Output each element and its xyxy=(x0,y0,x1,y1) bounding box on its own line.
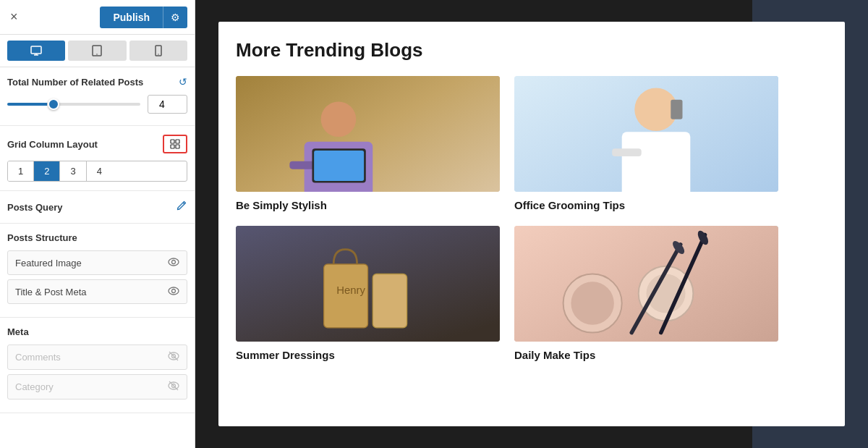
posts-query-edit-button[interactable] xyxy=(176,200,187,214)
grid-icon xyxy=(170,139,180,149)
svg-point-14 xyxy=(169,258,179,266)
blog-title-3: Summer Dressings xyxy=(236,349,500,361)
category-label: Category xyxy=(15,381,54,392)
svg-text:Henry: Henry xyxy=(336,284,365,296)
view-tablet-button[interactable] xyxy=(68,41,126,61)
total-posts-section: Total Number of Related Posts ↺ 4 xyxy=(0,67,195,126)
meta-header: Meta xyxy=(7,326,187,337)
view-mobile-button[interactable] xyxy=(129,41,187,61)
blog-heading: More Trending Blogs xyxy=(236,39,827,62)
blog-image-1 xyxy=(236,76,500,192)
svg-point-6 xyxy=(158,54,158,54)
featured-image-item: Featured Image xyxy=(7,250,187,275)
close-button[interactable]: × xyxy=(7,7,21,28)
publish-area: Publish ⚙ xyxy=(100,7,187,28)
blog-card-1[interactable]: Be Simply Stylish xyxy=(236,76,500,211)
posts-query-row: Posts Query xyxy=(7,200,187,214)
title-post-meta-item: Title & Post Meta xyxy=(7,279,187,304)
category-item: Category xyxy=(7,374,187,400)
featured-image-label: Featured Image xyxy=(15,258,82,269)
svg-point-4 xyxy=(97,54,98,55)
posts-count-input[interactable]: 4 xyxy=(148,95,187,114)
left-panel: × Publish ⚙ Total Number of Related Post… xyxy=(0,0,195,448)
svg-rect-30 xyxy=(314,151,364,181)
grid-layout-icon-button[interactable] xyxy=(163,135,187,153)
svg-point-17 xyxy=(172,289,176,293)
total-posts-header: Total Number of Related Posts ↺ xyxy=(7,76,187,88)
grid-2-button[interactable]: 2 xyxy=(34,161,60,181)
top-bar: × Publish ⚙ xyxy=(0,0,195,35)
svg-point-15 xyxy=(172,261,176,264)
comments-item: Comments xyxy=(7,345,187,370)
settings-button[interactable]: ⚙ xyxy=(163,7,187,28)
blog-card-2[interactable]: Office Grooming Tips xyxy=(514,76,778,211)
meta-label: Meta xyxy=(7,326,29,337)
blog-title-4: Daily Make Tips xyxy=(514,349,778,361)
title-post-meta-label: Title & Post Meta xyxy=(15,287,87,297)
svg-rect-39 xyxy=(373,274,407,327)
total-posts-label: Total Number of Related Posts xyxy=(7,77,143,88)
svg-point-26 xyxy=(321,101,357,137)
blog-image-4 xyxy=(514,226,778,342)
svg-rect-33 xyxy=(622,132,691,192)
svg-rect-8 xyxy=(176,140,179,143)
featured-image-visibility-button[interactable] xyxy=(168,257,179,269)
blog-card-4[interactable]: Daily Make Tips xyxy=(514,226,778,361)
svg-point-16 xyxy=(169,287,179,295)
category-visibility-button[interactable] xyxy=(168,381,179,393)
posts-count-slider[interactable] xyxy=(7,103,140,106)
grid-3-button[interactable]: 3 xyxy=(60,161,86,181)
meta-section: Meta Comments Category xyxy=(0,318,195,413)
view-switcher xyxy=(0,35,195,67)
svg-rect-7 xyxy=(171,140,174,143)
pencil-icon xyxy=(176,200,187,211)
slider-row: 4 xyxy=(7,95,187,114)
blog-title-1: Be Simply Stylish xyxy=(236,199,500,211)
svg-rect-0 xyxy=(31,46,41,54)
grid-layout-label: Grid Column Layout xyxy=(7,139,98,150)
blog-title-2: Office Grooming Tips xyxy=(514,199,778,211)
eye-icon xyxy=(168,258,179,266)
eye-slash-icon xyxy=(168,351,179,361)
blog-grid: Be Simply Stylish xyxy=(236,76,778,361)
svg-rect-37 xyxy=(324,264,368,328)
content-area: More Trending Blogs xyxy=(218,22,845,426)
view-desktop-button[interactable] xyxy=(7,41,65,61)
reset-icon[interactable]: ↺ xyxy=(179,76,187,88)
right-panel: More Trending Blogs xyxy=(195,0,868,448)
svg-line-13 xyxy=(183,203,184,204)
grid-layout-buttons: 1 2 3 4 xyxy=(7,161,187,182)
eye-slash-icon-2 xyxy=(168,381,179,391)
svg-rect-35 xyxy=(671,100,682,119)
svg-rect-10 xyxy=(176,145,179,148)
grid-layout-section: Grid Column Layout xyxy=(0,126,195,191)
posts-query-section: Posts Query xyxy=(0,191,195,224)
svg-point-42 xyxy=(571,282,613,324)
title-meta-visibility-button[interactable] xyxy=(168,286,179,297)
grid-layout-row: Grid Column Layout xyxy=(7,135,187,153)
blog-card-3[interactable]: Henry Summer Dressings xyxy=(236,226,500,361)
comments-label: Comments xyxy=(15,352,61,363)
posts-structure-header: Posts Structure xyxy=(7,232,187,243)
grid-1-button[interactable]: 1 xyxy=(8,161,34,181)
comments-visibility-button[interactable] xyxy=(168,351,179,363)
posts-structure-label: Posts Structure xyxy=(7,232,77,243)
eye-icon-2 xyxy=(168,287,179,295)
blog-image-2 xyxy=(514,76,778,192)
posts-structure-section: Posts Structure Featured Image Title & P… xyxy=(0,224,195,318)
right-panel-wrapper: More Trending Blogs xyxy=(195,0,868,448)
arrow-container xyxy=(163,135,187,153)
grid-4-button[interactable]: 4 xyxy=(87,161,112,181)
posts-query-label: Posts Query xyxy=(7,202,63,213)
svg-rect-9 xyxy=(171,145,174,148)
publish-button[interactable]: Publish xyxy=(100,7,163,28)
svg-rect-34 xyxy=(612,148,642,156)
blog-image-3: Henry xyxy=(236,226,500,342)
